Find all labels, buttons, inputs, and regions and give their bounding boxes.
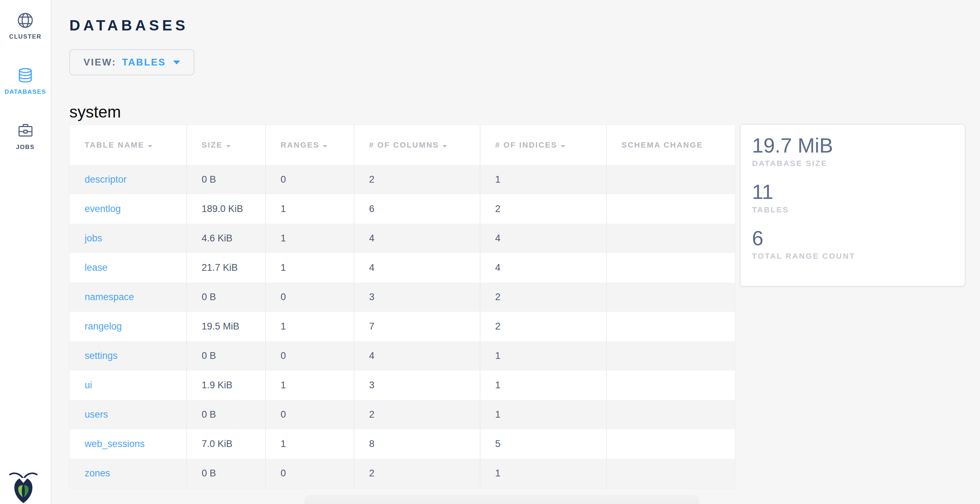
system-tables-wrap: TABLE NAME SIZE RANGES # OF COLUMNS # OF…: [69, 125, 735, 488]
num-indices-cell: 5: [480, 429, 606, 459]
table-row: settings0 B041: [70, 341, 735, 370]
schema-change-cell: [606, 312, 735, 341]
schema-change-cell: [606, 253, 735, 283]
table-name-cell: rangelog: [70, 312, 186, 341]
num-columns-cell: 6: [354, 194, 480, 224]
page-title: DATABASES: [69, 17, 188, 34]
num-indices-cell: 4: [480, 224, 606, 253]
num-columns-cell: 2: [354, 400, 480, 429]
size-cell: 0 B: [186, 165, 266, 194]
view-dropdown[interactable]: VIEW: TABLES: [69, 49, 194, 75]
num-indices-cell: 1: [480, 165, 606, 194]
sidebar-item-databases[interactable]: DATABASES: [0, 67, 51, 95]
num-columns-cell: 2: [354, 459, 480, 488]
table-name-link[interactable]: zones: [84, 468, 110, 479]
database-heading-system: system: [69, 103, 121, 121]
briefcase-icon: [18, 122, 33, 140]
table-row: web_sessions7.0 KiB185: [70, 429, 735, 459]
table-row: ui1.9 KiB131: [70, 370, 735, 400]
schema-change-cell: [606, 165, 735, 194]
num-columns-cell: 3: [354, 283, 480, 312]
view-dropdown-label: VIEW:: [84, 57, 116, 68]
num-columns-cell: 4: [354, 253, 480, 283]
num-indices-cell: 1: [480, 341, 606, 370]
table-row: descriptor0 B021: [70, 165, 735, 194]
table-row: rangelog19.5 MiB172: [70, 312, 735, 341]
databases-icon: [17, 67, 33, 84]
view-dropdown-value: TABLES: [122, 57, 166, 68]
ranges-cell: 1: [266, 253, 354, 283]
table-row: eventlog189.0 KiB162: [70, 194, 735, 224]
table-name-link[interactable]: rangelog: [84, 321, 122, 332]
sort-caret-icon: [323, 145, 327, 148]
ranges-cell: 1: [266, 312, 354, 341]
table-name-cell: web_sessions: [70, 429, 186, 459]
num-indices-cell: 1: [480, 459, 606, 488]
sort-caret-icon: [561, 145, 565, 148]
column-header-ranges[interactable]: RANGES: [266, 125, 354, 165]
schema-change-cell: [606, 370, 735, 400]
sidebar-item-label: DATABASES: [5, 89, 46, 95]
schema-change-cell: [606, 224, 735, 253]
column-header-schema-change: SCHEMA CHANGE: [606, 125, 735, 165]
table-name-link[interactable]: web_sessions: [84, 439, 145, 449]
table-name-link[interactable]: namespace: [84, 292, 134, 302]
ranges-cell: 0: [266, 400, 354, 429]
stat-value: 6: [752, 227, 958, 250]
table-name-link[interactable]: lease: [84, 262, 108, 273]
size-cell: 0 B: [186, 341, 266, 370]
cockroachdb-logo: [8, 471, 39, 504]
table-name-link[interactable]: users: [84, 409, 108, 420]
sidebar-item-cluster[interactable]: CLUSTER: [0, 11, 51, 40]
table-name-link[interactable]: jobs: [84, 233, 102, 243]
table-name-link[interactable]: eventlog: [84, 204, 121, 214]
table-name-link[interactable]: descriptor: [84, 174, 127, 185]
column-header-num-indices[interactable]: # OF INDICES: [480, 125, 606, 165]
table-name-cell: ui: [70, 370, 186, 400]
table-name-cell: eventlog: [70, 194, 186, 224]
ranges-cell: 0: [266, 165, 354, 194]
table-row: namespace0 B032: [70, 283, 735, 312]
table-name-cell: jobs: [70, 224, 186, 253]
table-name-link[interactable]: ui: [84, 380, 92, 390]
bottom-shadow-decoration: [304, 495, 699, 504]
sort-caret-icon: [226, 145, 231, 148]
app-root: CLUSTER DATABASES: [0, 0, 980, 504]
table-row: lease21.7 KiB144: [70, 253, 735, 283]
stat-label: TOTAL RANGE COUNT: [752, 252, 958, 261]
num-columns-cell: 2: [354, 165, 480, 194]
column-header-size[interactable]: SIZE: [186, 125, 266, 165]
size-cell: 0 B: [186, 400, 266, 429]
sort-caret-icon: [148, 145, 152, 148]
num-columns-cell: 8: [354, 429, 480, 459]
stat-tables: 11 TABLES: [752, 180, 958, 215]
column-header-table-name[interactable]: TABLE NAME: [70, 125, 186, 165]
num-indices-cell: 1: [480, 400, 606, 429]
sort-caret-icon: [442, 145, 447, 148]
stat-label: TABLES: [752, 205, 958, 215]
num-indices-cell: 4: [480, 253, 606, 283]
sidebar: CLUSTER DATABASES: [0, 0, 51, 504]
table-row: jobs4.6 KiB144: [70, 224, 735, 253]
column-header-num-columns[interactable]: # OF COLUMNS: [354, 125, 480, 165]
schema-change-cell: [606, 459, 735, 488]
table-name-cell: descriptor: [70, 165, 186, 194]
schema-change-cell: [606, 194, 735, 224]
sidebar-item-jobs[interactable]: JOBS: [0, 122, 51, 151]
num-columns-cell: 7: [354, 312, 480, 341]
table-name-cell: lease: [70, 253, 186, 283]
size-cell: 4.6 KiB: [186, 224, 266, 253]
size-cell: 0 B: [186, 459, 266, 488]
globe-icon: [17, 11, 33, 29]
table-header-row: TABLE NAME SIZE RANGES # OF COLUMNS # OF…: [70, 125, 735, 165]
num-indices-cell: 2: [480, 283, 606, 312]
size-cell: 19.5 MiB: [186, 312, 266, 341]
table-name-cell: settings: [70, 341, 186, 370]
table-row: users0 B021: [70, 400, 735, 429]
stat-total-range-count: 6 TOTAL RANGE COUNT: [752, 227, 958, 261]
table-name-cell: zones: [70, 459, 186, 488]
chevron-down-icon: [173, 60, 180, 64]
schema-change-cell: [606, 283, 735, 312]
schema-change-cell: [606, 429, 735, 459]
table-name-link[interactable]: settings: [84, 350, 118, 361]
